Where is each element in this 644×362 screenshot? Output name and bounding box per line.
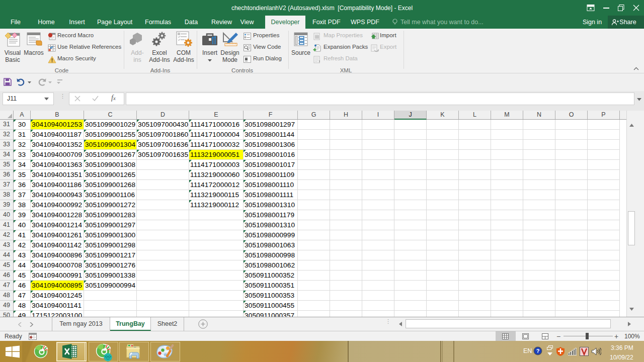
svg-text:?: ?	[536, 348, 540, 354]
